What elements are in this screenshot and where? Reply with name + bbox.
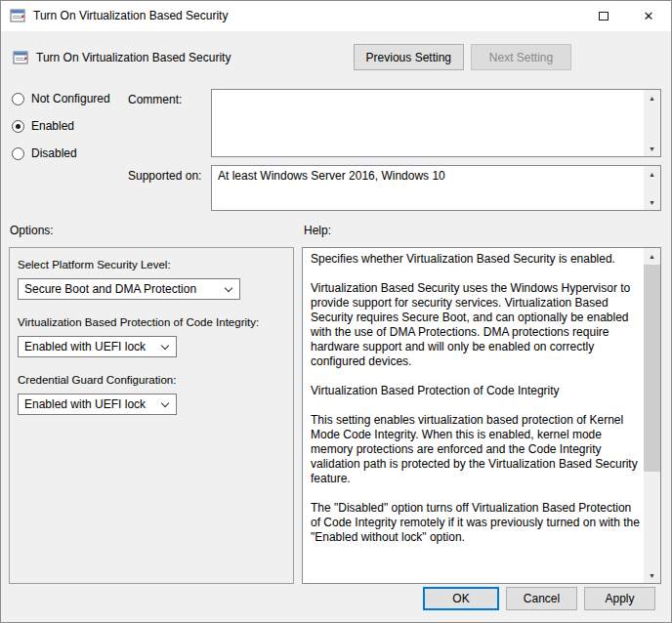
selected-option: Enabled with UEFI lock xyxy=(24,397,146,411)
radio-circle-checked-icon xyxy=(12,120,24,133)
comment-label: Comment: xyxy=(128,93,182,106)
credential-guard-label: Credential Guard Configuration: xyxy=(18,374,285,386)
radio-label: Enabled xyxy=(31,119,74,133)
cancel-button[interactable]: Cancel xyxy=(506,587,577,610)
help-paragraph: This setting enables virtualization base… xyxy=(311,413,640,486)
selected-option: Enabled with UEFI lock xyxy=(24,340,146,353)
supported-scrollbar[interactable]: ▲ ▼ xyxy=(644,166,660,210)
previous-setting-button[interactable]: Previous Setting xyxy=(354,44,464,70)
scroll-down-icon[interactable]: ▼ xyxy=(644,194,660,210)
setting-title: Turn On Virtualization Based Security xyxy=(36,51,231,64)
help-paragraph: Virtualization Based Security uses the W… xyxy=(311,281,640,369)
window-title: Turn On Virtualization Based Security xyxy=(33,9,228,22)
comment-scrollbar[interactable]: ▲ ▼ xyxy=(644,90,660,156)
help-paragraph: The "Disabled" option turns off Virtuali… xyxy=(311,501,640,545)
close-button[interactable]: ✕ xyxy=(626,1,671,30)
help-scrollbar[interactable]: ▲ ▼ xyxy=(644,248,660,583)
comment-textbox[interactable]: ▲ ▼ xyxy=(211,89,661,157)
close-icon: ✕ xyxy=(644,10,654,22)
help-paragraph: Virtualization Based Protection of Code … xyxy=(311,384,640,398)
scroll-down-icon[interactable]: ▼ xyxy=(644,567,660,583)
scroll-up-icon[interactable]: ▲ xyxy=(644,166,660,182)
title-bar: Turn On Virtualization Based Security ✕ xyxy=(1,1,671,31)
policy-setting-dialog: Turn On Virtualization Based Security ✕ … xyxy=(0,0,672,623)
radio-circle-icon xyxy=(12,147,24,160)
ok-button[interactable]: OK xyxy=(423,587,499,610)
supported-on-textbox: At least Windows Server 2016, Windows 10… xyxy=(211,165,661,211)
setting-nav-buttons: Previous Setting Next Setting xyxy=(354,44,571,70)
help-text: Specifies whether Virtualization Based S… xyxy=(303,248,644,583)
scroll-up-icon[interactable]: ▲ xyxy=(644,248,660,264)
maximize-icon xyxy=(599,12,609,21)
state-radio-group: Not Configured Enabled Disabled xyxy=(12,92,110,174)
platform-security-level-label: Select Platform Security Level: xyxy=(18,259,285,270)
code-integrity-protection-select[interactable]: Enabled with UEFI lock xyxy=(18,336,177,357)
chevron-down-icon xyxy=(161,399,169,407)
maximize-button[interactable] xyxy=(581,1,626,30)
radio-circle-icon xyxy=(12,93,24,105)
setting-icon xyxy=(13,50,28,65)
apply-button[interactable]: Apply xyxy=(584,587,655,610)
supported-on-label: Supported on: xyxy=(128,169,201,183)
selected-option: Secure Boot and DMA Protection xyxy=(24,282,196,296)
policy-app-icon xyxy=(10,8,25,23)
platform-security-level-select[interactable]: Secure Boot and DMA Protection xyxy=(18,278,240,300)
dialog-footer: OK Cancel Apply xyxy=(1,587,655,610)
radio-label: Not Configured xyxy=(31,92,110,105)
next-setting-button: Next Setting xyxy=(471,44,571,70)
credential-guard-select[interactable]: Enabled with UEFI lock xyxy=(18,394,177,415)
help-paragraph: Specifies whether Virtualization Based S… xyxy=(311,252,640,267)
supported-on-text: At least Windows Server 2016, Windows 10 xyxy=(212,166,644,210)
code-integrity-protection-label: Virtualization Based Protection of Code … xyxy=(18,316,285,328)
radio-disabled[interactable]: Disabled xyxy=(12,146,110,160)
comment-text[interactable] xyxy=(212,90,644,156)
radio-not-configured[interactable]: Not Configured xyxy=(12,92,110,105)
setting-header: Turn On Virtualization Based Security Pr… xyxy=(13,44,671,71)
scrollbar-thumb[interactable] xyxy=(644,265,660,472)
radio-label: Disabled xyxy=(31,146,77,160)
chevron-down-icon xyxy=(225,284,232,292)
help-section-label: Help: xyxy=(304,224,331,237)
scroll-up-icon[interactable]: ▲ xyxy=(644,90,660,105)
chevron-down-icon xyxy=(161,342,169,350)
options-panel: Select Platform Security Level: Secure B… xyxy=(9,247,294,584)
scroll-down-icon[interactable]: ▼ xyxy=(644,141,660,156)
options-section-label: Options: xyxy=(10,224,54,237)
radio-enabled[interactable]: Enabled xyxy=(12,119,110,133)
caption-buttons: ✕ xyxy=(581,1,671,30)
help-panel: Specifies whether Virtualization Based S… xyxy=(302,247,661,584)
